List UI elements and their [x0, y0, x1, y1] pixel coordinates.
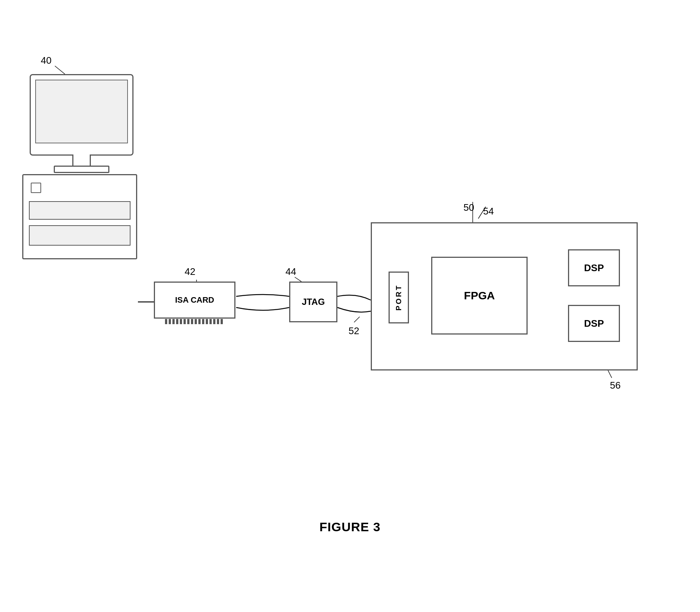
fpga-box: FPGA	[431, 257, 528, 335]
monitor-screen	[35, 80, 128, 143]
ref-52: 52	[349, 325, 359, 337]
svg-line-4	[354, 317, 360, 322]
ref-50: 50	[463, 202, 474, 213]
monitor	[30, 74, 133, 156]
fpga-label: FPGA	[464, 289, 495, 302]
ref-56: 56	[610, 380, 621, 391]
jtag-label: JTAG	[302, 297, 325, 307]
monitor-stand	[72, 154, 91, 166]
svg-line-7	[608, 370, 612, 378]
ref-54: 54	[483, 206, 494, 217]
tower-drive-bay-3	[29, 225, 131, 246]
port-box: PORT	[389, 272, 409, 323]
dsp-label-2: DSP	[584, 318, 604, 329]
main-board: PORT 54 FPGA DSP DSP	[371, 222, 638, 370]
dsp-box-2: DSP	[568, 305, 620, 342]
isa-card-connector	[165, 317, 224, 324]
isa-card: ISA CARD	[154, 282, 235, 319]
monitor-base	[54, 166, 109, 173]
computer-tower	[22, 174, 137, 259]
jtag-box: JTAG	[289, 282, 337, 322]
dsp-box-1: DSP	[568, 249, 620, 286]
dsp-label-1: DSP	[584, 262, 604, 274]
figure-caption: FIGURE 3	[320, 520, 381, 534]
port-label: PORT	[394, 284, 403, 311]
connector-teeth	[165, 319, 224, 324]
diagram-container: 40 ISA CARD 42 JTAG 44 52 50 PORT	[0, 0, 700, 612]
isa-card-label: ISA CARD	[175, 295, 214, 306]
tower-button	[31, 183, 41, 193]
ref-42: 42	[185, 266, 195, 277]
ref-44: 44	[285, 266, 296, 277]
tower-drive-bay-1	[29, 201, 131, 220]
ref-40: 40	[41, 55, 52, 66]
svg-line-8	[55, 66, 65, 74]
